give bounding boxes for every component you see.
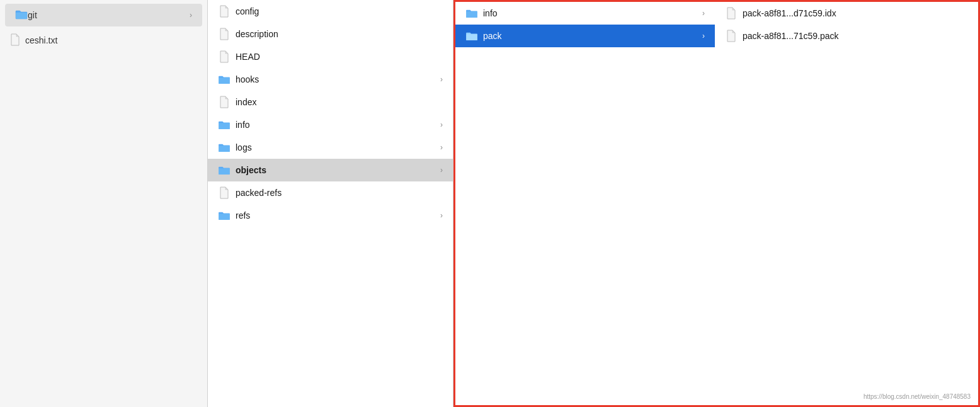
file-icon [725,30,738,42]
column-sidebar: git › ceshi.txt [0,0,208,407]
file-icon [218,5,231,18]
chevron-right-icon: › [440,143,443,152]
folder-icon [218,118,231,131]
item-label: hooks [236,74,438,84]
watermark-text: https://blog.csdn.net/weixin_48748583 [863,393,971,400]
chevron-right-icon: › [440,120,443,129]
list-item-index[interactable]: index [208,91,453,113]
file-icon [218,50,231,63]
item-label: info [236,120,438,130]
column-objects-contents: info › pack › [453,0,715,407]
folder-icon [218,141,231,154]
item-label: refs [236,210,438,221]
sidebar-item-git[interactable]: git › [5,4,202,26]
list-item-objects[interactable]: objects › [208,159,453,181]
item-label: pack-a8f81...71c59.pack [743,31,968,41]
item-label: objects [236,165,438,175]
list-item-logs[interactable]: logs › [208,136,453,159]
list-item-pack[interactable]: pack › [455,25,715,47]
svg-rect-2 [219,123,230,129]
item-label: info [483,8,700,18]
column-git-contents: config description HEAD hooks › [208,0,453,407]
sidebar-item-ceshi[interactable]: ceshi.txt [0,29,207,52]
chevron-right-icon: › [440,75,443,84]
folder-icon [218,209,231,222]
item-label: config [236,6,443,16]
svg-rect-3 [219,146,230,152]
file-icon [10,33,20,48]
column-pack-contents: pack-a8f81...d71c59.idx pack-a8f81...71c… [715,0,980,407]
list-item-description[interactable]: description [208,23,453,45]
item-label: pack [483,31,700,41]
file-icon [218,96,231,108]
svg-rect-7 [466,34,477,40]
svg-rect-0 [16,13,27,19]
item-label: packed-refs [236,188,443,198]
list-item-refs[interactable]: refs › [208,204,453,227]
item-label: logs [236,142,438,152]
svg-rect-1 [219,77,230,84]
git-chevron-icon: › [190,11,192,20]
folder-icon [465,7,478,20]
svg-rect-5 [219,214,230,220]
file-icon [218,186,231,199]
list-item-info[interactable]: info › [208,113,453,136]
svg-rect-6 [466,11,477,18]
list-item-hooks[interactable]: hooks › [208,68,453,91]
item-label: index [236,97,443,107]
chevron-right-icon: › [702,9,705,18]
folder-icon [218,73,231,86]
folder-icon [218,164,231,176]
folder-icon [465,30,478,42]
list-item-head[interactable]: HEAD [208,45,453,68]
list-item-config[interactable]: config [208,0,453,23]
chevron-right-icon: › [440,211,443,220]
svg-rect-4 [219,168,230,175]
git-label: git [28,10,190,20]
chevron-right-icon: › [440,166,443,175]
item-label: HEAD [236,52,443,62]
list-item-pack-idx[interactable]: pack-a8f81...d71c59.idx [715,2,978,25]
list-item-info-sub[interactable]: info › [455,2,715,25]
file-icon [218,28,231,40]
list-item-packed-refs[interactable]: packed-refs [208,181,453,204]
ceshi-label: ceshi.txt [25,35,57,45]
item-label: pack-a8f81...d71c59.idx [743,8,968,18]
item-label: description [236,29,443,39]
file-icon [725,7,738,20]
chevron-right-icon: › [702,32,705,40]
list-item-pack-pack[interactable]: pack-a8f81...71c59.pack [715,25,978,47]
folder-icon [15,9,28,21]
